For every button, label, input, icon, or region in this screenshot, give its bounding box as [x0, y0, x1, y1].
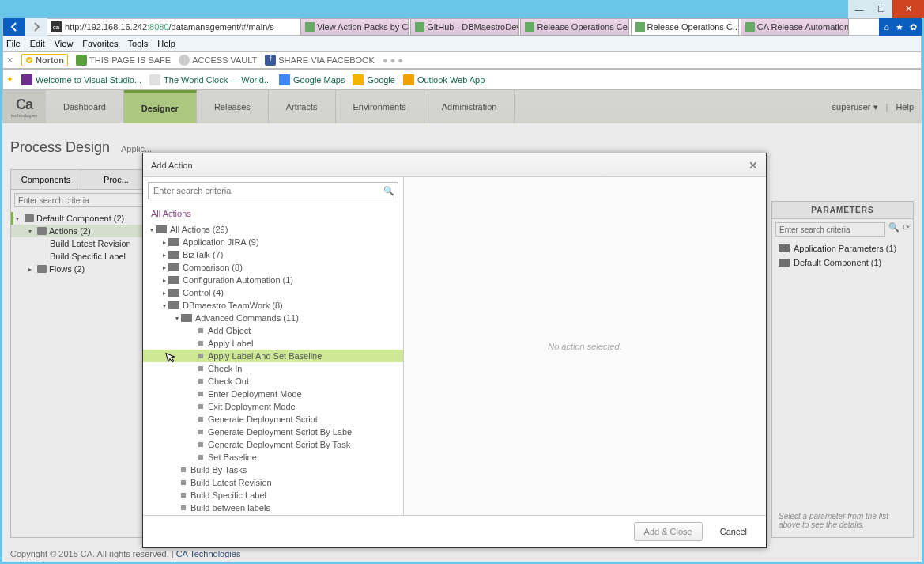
action-tree-row[interactable]: ▾Advanced Commands (11) [143, 312, 403, 324]
action-tree-row[interactable]: ▸Check In [143, 362, 403, 375]
nav-back-button[interactable] [3, 18, 25, 36]
action-tree-row[interactable]: ▸Build Specific Label [143, 489, 403, 502]
action-tree-row[interactable]: ▸Set Baseline [143, 451, 403, 464]
bookmark-item[interactable]: Google [353, 74, 394, 85]
left-panel-tabs: Components Proc... [11, 170, 152, 190]
left-panel: Components Proc... ▾Default Component (2… [10, 169, 153, 538]
parameters-header: PARAMETERS [772, 202, 913, 219]
vault-button[interactable]: ACCESS VAULT [179, 55, 257, 66]
nav-releases[interactable]: Releases [197, 90, 269, 123]
nav-artifacts[interactable]: Artifacts [269, 90, 336, 123]
gear-icon[interactable]: ✿ [910, 22, 917, 32]
modal-title: Add Action [151, 161, 193, 170]
tree-node[interactable]: ▸Flows (2) [11, 263, 152, 275]
modal-close-icon[interactable]: ✕ [749, 159, 758, 172]
refresh-icon[interactable]: ⟳ [903, 222, 910, 237]
nav-administration[interactable]: Administration [424, 90, 515, 123]
tab-processes[interactable]: Proc... [81, 170, 152, 189]
bookmark-item[interactable]: Outlook Web App [403, 74, 485, 85]
menu-edit[interactable]: Edit [30, 39, 45, 48]
action-tree-row[interactable]: ▸Generate Deployment Script By Task [143, 438, 403, 451]
browser-tab[interactable]: GitHub - DBMaestroDev/... [410, 18, 519, 36]
action-tree-row[interactable]: ▸Build Latest Revision [143, 476, 403, 489]
action-tree-row[interactable]: ▸Add Object [143, 324, 403, 337]
action-tree-row[interactable]: ▸Generate Deployment Script [143, 413, 403, 426]
menu-favorites[interactable]: Favorites [82, 39, 118, 48]
tree-node[interactable]: Build Latest Revision [11, 237, 152, 250]
tree-node[interactable]: ▾Actions (2) [11, 225, 152, 237]
add-bookmark-icon[interactable]: ✦ [6, 74, 13, 85]
nav-environments[interactable]: Environments [336, 90, 424, 123]
action-tree-row[interactable]: ▸Check Out [143, 375, 403, 388]
parameter-item[interactable]: Default Component (1) [772, 256, 913, 270]
menu-help[interactable]: Help [157, 39, 175, 48]
action-tree-row[interactable]: ▸Deploy [143, 514, 403, 515]
action-search-input[interactable] [149, 186, 380, 195]
left-search-input[interactable] [14, 193, 149, 207]
action-tree-row[interactable]: ▸Application JIRA (9) [143, 236, 403, 248]
nav-designer[interactable]: Designer [124, 90, 197, 123]
menu-view[interactable]: View [55, 39, 74, 48]
maximize-button[interactable]: ☐ [870, 0, 892, 18]
star-icon[interactable]: ★ [896, 22, 903, 32]
modal-footer: Add & Close Cancel [143, 516, 766, 547]
search-icon[interactable]: 🔍 [380, 186, 398, 196]
more-dots[interactable]: ● ● ● [383, 55, 403, 65]
action-tree-row[interactable]: ▸Control (4) [143, 286, 403, 299]
footer-link[interactable]: CA Technologies [176, 549, 241, 558]
home-icon[interactable]: ⌂ [884, 22, 889, 32]
browser-tab[interactable]: View Action Packs by Cat... [300, 18, 409, 36]
bookmark-item[interactable]: Welcome to Visual Studio... [21, 74, 141, 85]
footer: Copyright © 2015 CA. All rights reserved… [10, 549, 240, 558]
add-and-close-button[interactable]: Add & Close [634, 522, 703, 541]
browser-tabs: View Action Packs by Cat...GitHub - DBMa… [300, 18, 849, 36]
action-tree-row[interactable]: ▸Exit Deployment Mode [143, 400, 403, 413]
left-search [11, 190, 152, 210]
action-tree: ▾All Actions (29)▸Application JIRA (9)▸B… [143, 223, 403, 515]
action-tree-row[interactable]: ▸Generate Deployment Script By Label [143, 426, 403, 438]
action-tree-row[interactable]: ▸Enter Deployment Mode [143, 388, 403, 400]
app-nav: DashboardDesignerReleasesArtifactsEnviro… [46, 90, 515, 123]
close-window-button[interactable]: ✕ [892, 0, 924, 18]
safe-badge: THIS PAGE IS SAFE [76, 55, 171, 66]
help-link[interactable]: Help [896, 102, 914, 112]
add-action-modal: Add Action ✕ 🔍 All Actions ▾All Actions … [142, 153, 767, 548]
browser-tab[interactable]: CA Release Automation I... [741, 18, 849, 36]
search-icon[interactable]: 🔍 [888, 222, 899, 237]
parameters-list: Application Parameters (1)Default Compon… [772, 240, 913, 271]
bookmark-item[interactable]: The World Clock — World... [149, 74, 271, 85]
parameters-search-input[interactable] [775, 222, 885, 237]
user-menu[interactable]: superuser ▾ [832, 102, 878, 112]
nav-dashboard[interactable]: Dashboard [46, 90, 124, 123]
bookmark-bar: ✦ Welcome to Visual Studio...The World C… [2, 69, 922, 90]
action-tree-row[interactable]: ▸Build between labels [143, 502, 403, 514]
action-tree-row[interactable]: ▾DBmaestro TeamWork (8) [143, 299, 403, 312]
action-tree-row[interactable]: ▸Configuration Automation (1) [143, 274, 403, 286]
all-actions-header[interactable]: All Actions [143, 204, 403, 223]
action-tree-row[interactable]: ▸Apply Label [143, 337, 403, 350]
norton-badge[interactable]: Norton [21, 54, 68, 66]
tree-node[interactable]: ▾Default Component (2) [11, 212, 152, 225]
no-action-text: No action selected. [548, 342, 622, 351]
share-facebook[interactable]: fSHARE VIA FACEBOOK [265, 55, 375, 66]
cancel-button[interactable]: Cancel [711, 522, 756, 541]
parameter-item[interactable]: Application Parameters (1) [772, 241, 913, 256]
left-tree: ▾Default Component (2)▾Actions (2)Build … [11, 210, 152, 277]
menu-file[interactable]: File [6, 39, 21, 48]
action-tree-row[interactable]: ▾All Actions (29) [143, 223, 403, 236]
action-tree-row[interactable]: ▸Comparison (8) [143, 261, 403, 274]
action-tree-row[interactable]: ▸BizTalk (7) [143, 248, 403, 261]
tree-node[interactable]: Build Specific Label [11, 250, 152, 263]
bookmark-item[interactable]: Google Maps [279, 74, 345, 85]
minimize-button[interactable]: — [848, 0, 870, 18]
action-tree-row[interactable]: ▸Build By Tasks [143, 464, 403, 476]
action-tree-row[interactable]: ▸Apply Label And Set Baseline [143, 350, 403, 362]
nav-forward-button[interactable] [25, 18, 47, 36]
menu-tools[interactable]: Tools [128, 39, 149, 48]
action-search: 🔍 [148, 182, 398, 199]
tab-components[interactable]: Components [11, 170, 81, 189]
browser-tab[interactable]: Release Operations Center [520, 18, 628, 36]
browser-tab[interactable]: Release Operations C...✕ [631, 18, 739, 36]
toolstrip-close-icon[interactable]: ✕ [6, 55, 13, 66]
app-header: Catechnologies DashboardDesignerReleases… [2, 90, 922, 123]
